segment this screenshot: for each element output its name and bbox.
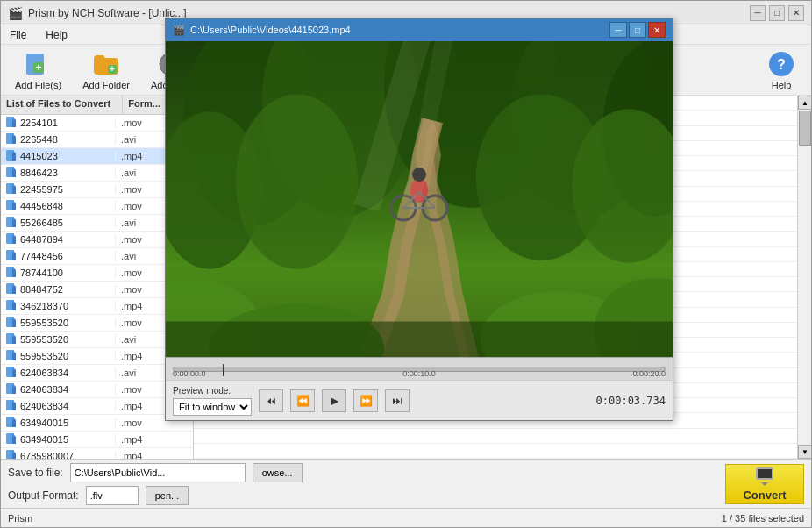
- file-icon: [4, 399, 18, 413]
- menu-file[interactable]: File: [6, 27, 30, 43]
- info-row: [194, 444, 797, 459]
- video-title-controls: ─ □ ✕: [609, 22, 666, 38]
- file-name: 6785980007: [18, 451, 115, 459]
- col-name-header: List of Files to Convert: [1, 96, 123, 114]
- help-label: Help: [772, 80, 792, 90]
- file-icon: [4, 182, 18, 196]
- preview-mode-select[interactable]: Fit to window: [173, 398, 252, 416]
- file-name: 8846423: [18, 168, 115, 178]
- step-back-button[interactable]: ⏪: [290, 389, 315, 412]
- file-name: 77448456: [18, 251, 115, 261]
- video-maximize-button[interactable]: □: [629, 22, 646, 38]
- format-input[interactable]: [86, 486, 139, 505]
- file-name: 624063834: [18, 401, 115, 411]
- app-title: Prism by NCH Software - [Unlic...]: [28, 7, 187, 19]
- file-icon: [4, 132, 18, 146]
- file-name: 346218370: [18, 301, 115, 311]
- file-name: 22455975: [18, 184, 115, 195]
- file-icon: [4, 216, 18, 230]
- file-name: 2265448: [18, 134, 115, 145]
- file-ext: .mp4: [115, 451, 185, 459]
- video-controls: Preview mode: Fit to window ⏮ ⏪ ▶ ⏩ ⏭ 0:…: [166, 380, 673, 420]
- file-row[interactable]: 634940015.mp4: [1, 432, 193, 448]
- file-icon: [4, 316, 18, 330]
- file-icon: [4, 199, 18, 213]
- add-files-icon: +: [25, 50, 53, 78]
- file-name: 559553520: [18, 334, 115, 345]
- svg-marker-14: [12, 117, 16, 120]
- svg-marker-47: [12, 300, 16, 303]
- convert-button[interactable]: Convert: [725, 464, 804, 504]
- video-close-button[interactable]: ✕: [648, 22, 666, 38]
- save-input[interactable]: [70, 463, 246, 482]
- step-forward-button[interactable]: ⏩: [353, 389, 378, 412]
- file-name: 634940015: [18, 434, 115, 445]
- file-icon: [4, 166, 18, 180]
- file-icon: [4, 249, 18, 263]
- bottom-bar: Save to file: owse... Output Format: pen…: [1, 459, 811, 508]
- save-row: Save to file: owse...: [8, 463, 718, 482]
- file-name: 44456848: [18, 201, 115, 211]
- file-name: 4415023: [18, 151, 115, 161]
- help-icon: ?: [767, 50, 795, 78]
- browse-button[interactable]: owse...: [253, 463, 303, 482]
- file-icon: [4, 232, 18, 246]
- svg-marker-62: [12, 383, 16, 387]
- add-folder-label: Add Folder: [82, 80, 130, 90]
- file-name: 64487894: [18, 234, 115, 245]
- minimize-button[interactable]: ─: [750, 5, 766, 21]
- file-icon: [4, 432, 18, 446]
- file-name: 2254101: [18, 118, 115, 128]
- file-icon: [4, 299, 18, 313]
- open-button[interactable]: pen...: [146, 486, 189, 505]
- video-title-left: 🎬 C:\Users\Public\Videos\4415023.mp4: [173, 25, 351, 36]
- file-name: 624063834: [18, 384, 115, 395]
- file-icon: [4, 449, 18, 459]
- selection-status: 1 / 35 files selected: [722, 513, 804, 524]
- video-frame: [166, 41, 673, 357]
- scroll-up-arrow[interactable]: ▲: [798, 96, 811, 110]
- time-display: 0:00:03.734: [596, 395, 666, 407]
- file-name: 88484752: [18, 284, 115, 295]
- svg-rect-101: [166, 322, 673, 357]
- svg-marker-23: [12, 167, 16, 170]
- svg-marker-56: [12, 350, 16, 353]
- svg-marker-50: [12, 317, 16, 320]
- skip-to-end-button[interactable]: ⏭: [385, 389, 410, 412]
- svg-marker-20: [12, 150, 16, 153]
- add-folder-icon: +: [92, 50, 120, 78]
- preview-mode-section: Preview mode: Fit to window: [173, 386, 252, 416]
- svg-text:+: +: [110, 64, 115, 74]
- menu-help[interactable]: Help: [42, 27, 71, 43]
- timeline-area: 0:00:00.0 0:00:10.0 0:00:20.0: [166, 357, 673, 380]
- close-button[interactable]: ✕: [788, 5, 804, 21]
- svg-text:?: ?: [777, 57, 786, 72]
- format-label: Output Format:: [8, 489, 79, 502]
- scroll-thumb[interactable]: [799, 111, 811, 146]
- svg-marker-26: [12, 183, 16, 187]
- info-row: [194, 429, 797, 444]
- video-preview-window: 🎬 C:\Users\Public\Videos\4415023.mp4 ─ □…: [165, 18, 673, 421]
- video-minimize-button[interactable]: ─: [609, 22, 627, 38]
- skip-to-start-button[interactable]: ⏮: [259, 389, 283, 412]
- add-folder-button[interactable]: + Add Folder: [75, 46, 137, 94]
- file-icon: [4, 416, 18, 430]
- file-icon: [4, 149, 18, 163]
- svg-marker-17: [12, 133, 16, 137]
- convert-icon: [754, 466, 775, 487]
- status-bar: Prism 1 / 35 files selected: [1, 508, 811, 527]
- add-files-button[interactable]: + Add File(s): [8, 46, 68, 94]
- maximize-button[interactable]: □: [769, 5, 785, 21]
- help-button[interactable]: ? Help: [759, 46, 804, 94]
- file-name: 559553520: [18, 318, 115, 328]
- file-row[interactable]: 6785980007.mp4: [1, 448, 193, 459]
- timeline-thumb[interactable]: [223, 364, 224, 376]
- svg-marker-29: [12, 200, 16, 203]
- app-name-status: Prism: [8, 513, 32, 524]
- file-icon: [4, 266, 18, 280]
- svg-text:+: +: [35, 61, 41, 74]
- bottom-fields: Save to file: owse... Output Format: pen…: [8, 463, 718, 505]
- play-pause-button[interactable]: ▶: [322, 389, 346, 412]
- timeline-track[interactable]: [173, 367, 666, 372]
- scroll-down-arrow[interactable]: ▼: [798, 445, 811, 459]
